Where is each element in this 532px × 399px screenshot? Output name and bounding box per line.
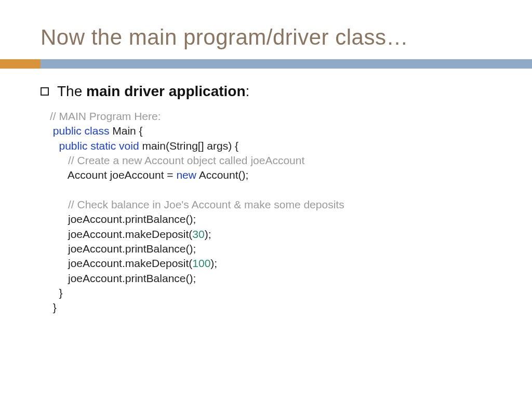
code-text: joeAccount.printBalance(); xyxy=(68,272,196,284)
divider-orange-segment xyxy=(0,59,41,69)
code-text: ); xyxy=(205,228,211,240)
checkbox-icon xyxy=(41,87,49,96)
slide-title: Now the main program/driver class… xyxy=(0,0,532,59)
code-keyword: public class xyxy=(53,125,112,137)
bullet-suffix: : xyxy=(246,83,250,99)
code-line-1: // MAIN Program Here: xyxy=(50,110,161,122)
code-comment: // Create a new Account object called jo… xyxy=(68,154,304,166)
code-text: ); xyxy=(210,257,217,269)
code-text: joeAccount.makeDeposit( xyxy=(68,257,192,269)
bullet-bold: main driver application xyxy=(86,83,246,99)
code-keyword: public static void xyxy=(59,140,142,152)
code-text: Account joeAccount = xyxy=(68,169,177,181)
code-text: Main { xyxy=(112,125,142,137)
code-comment: // Check balance in Joe's Account & make… xyxy=(68,198,344,210)
code-text: joeAccount.printBalance(); xyxy=(68,243,196,255)
divider-blue-segment xyxy=(41,59,532,69)
code-text: Account(); xyxy=(199,169,249,181)
code-number: 100 xyxy=(192,257,210,269)
slide: Now the main program/driver class… The m… xyxy=(0,0,532,399)
code-keyword: new xyxy=(176,169,198,181)
code-text: joeAccount.makeDeposit( xyxy=(68,228,192,240)
code-block: // MAIN Program Here: public class Main … xyxy=(41,109,496,315)
code-text: main(String[] args) { xyxy=(142,140,238,152)
divider-bar xyxy=(0,59,532,69)
bullet-item: The main driver application: xyxy=(41,83,496,100)
code-text: joeAccount.printBalance(); xyxy=(68,213,196,225)
code-number: 30 xyxy=(192,228,204,240)
content-area: The main driver application: // MAIN Pro… xyxy=(0,69,532,315)
code-text: } xyxy=(53,301,57,313)
bullet-prefix: The xyxy=(57,83,86,99)
bullet-text: The main driver application: xyxy=(57,83,249,100)
code-text: } xyxy=(59,287,63,299)
